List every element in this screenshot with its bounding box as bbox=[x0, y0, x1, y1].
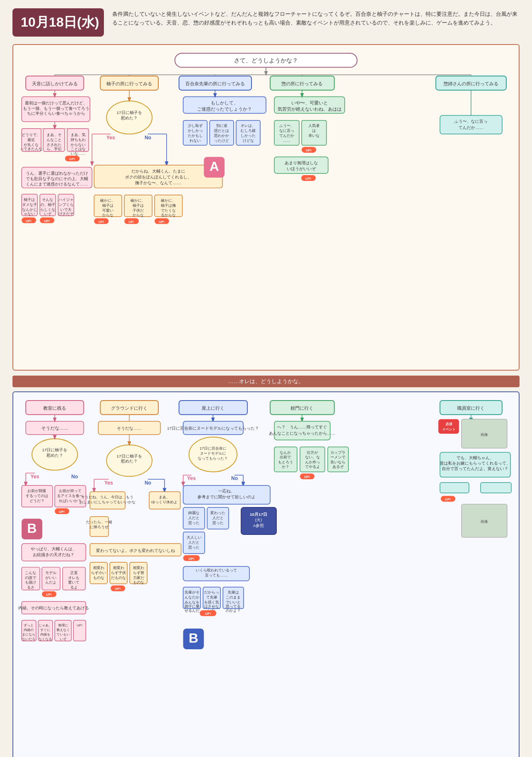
header-section: 10月18日(水) 条件満たしていないと発生しないイベントなど、だんだんと複雑な… bbox=[12, 8, 520, 37]
svg-text:るアイスを食べ: るアイスを食べ bbox=[57, 494, 83, 498]
svg-text:出前で: 出前で bbox=[280, 455, 291, 460]
header-text: 条件満たしていないと発生しないイベントなど、だんだんと複雑なフローチャートになっ… bbox=[112, 8, 520, 28]
svg-text:ハイジャ: ハイジャ bbox=[58, 198, 74, 202]
svg-text:いや〜、可愛いと: いや〜、可愛いと bbox=[291, 100, 328, 105]
svg-text:の誰で: の誰で bbox=[25, 576, 37, 580]
svg-text:Yes: Yes bbox=[31, 474, 39, 480]
svg-text:らず子供: らず子供 bbox=[111, 571, 126, 575]
svg-text:いほうがいいぞ: いほうがいいぞ bbox=[287, 166, 316, 171]
svg-text:へ？　うん……帰ってすぐ: へ？ うん……帰ってすぐ bbox=[277, 425, 327, 429]
svg-text:相変わ: 相変わ bbox=[133, 566, 144, 570]
svg-text:らしくな: らしくな bbox=[40, 208, 55, 212]
svg-text:たかもし: たかもし bbox=[188, 134, 203, 138]
svg-text:せるんだ: せるんだ bbox=[185, 609, 200, 613]
svg-text:Yes: Yes bbox=[106, 135, 115, 141]
svg-text:No: No bbox=[231, 476, 238, 482]
svg-text:ていもい: ていもい bbox=[57, 633, 70, 637]
svg-text:慰めた？: 慰めた？ bbox=[121, 459, 138, 464]
svg-text:だったら、一緒: だったら、一緒 bbox=[86, 520, 112, 524]
svg-text:柚子は: 柚子は bbox=[133, 203, 144, 208]
svg-text:ずっと: ずっと bbox=[24, 624, 34, 628]
divider-bar: ……オレは、どうしようかな。 bbox=[12, 376, 520, 387]
svg-text:こんな: こんな bbox=[25, 571, 36, 575]
svg-text:なくなる: なくなる bbox=[39, 637, 52, 641]
svg-text:最近: 最近 bbox=[27, 138, 35, 142]
svg-text:るさ: るさ bbox=[27, 586, 34, 590]
svg-text:ーメンで: ーメンで bbox=[330, 455, 346, 460]
svg-text:ゆっくり休めよ: ゆっくり休めよ bbox=[151, 500, 177, 505]
svg-text:いぞ: いぞ bbox=[44, 212, 52, 216]
svg-text:No: No bbox=[145, 480, 151, 486]
svg-text:いな……: いな…… bbox=[71, 151, 86, 156]
svg-text:ればいいか？: ればいいか？ bbox=[59, 499, 81, 503]
svg-text:別に迷: 別に迷 bbox=[216, 124, 227, 128]
svg-text:慰めた？: 慰めた？ bbox=[46, 453, 63, 458]
svg-text:ダメな子: ダメな子 bbox=[22, 203, 37, 207]
svg-text:思わかか: 思わかか bbox=[214, 134, 229, 138]
svg-text:17日に百合奈に: 17日に百合奈に bbox=[200, 446, 227, 450]
svg-text:んなだか: んなだか bbox=[185, 596, 200, 600]
page: 10月18日(水) 条件満たしていないと発生しないイベントなど、だんだんと複雑な… bbox=[0, 0, 532, 757]
svg-rect-354 bbox=[480, 483, 511, 493]
svg-text:慰めた？: 慰めた？ bbox=[121, 116, 138, 120]
svg-text:綺麗な: 綺麗な bbox=[188, 511, 200, 515]
svg-text:からな: からな bbox=[133, 213, 144, 217]
svg-text:モデル: モデル bbox=[45, 571, 57, 575]
svg-text:でも、大輔ちゃん、: でも、大輔ちゃん、 bbox=[456, 456, 494, 460]
svg-text:るよ: るよ bbox=[70, 586, 78, 590]
svg-text:かしかっ: かしかっ bbox=[188, 129, 203, 133]
svg-text:なってもらった？: なってもらった？ bbox=[198, 456, 228, 461]
svg-text:UP!: UP! bbox=[98, 220, 104, 224]
svg-text:17日に柚子を: 17日に柚子を bbox=[117, 454, 142, 458]
svg-text:お絵描きの天才だね？: お絵描きの天才だね？ bbox=[33, 552, 74, 557]
svg-rect-342 bbox=[438, 419, 459, 434]
svg-text:ったけど: ったけど bbox=[214, 139, 229, 143]
svg-text:なんか: なんか bbox=[280, 450, 291, 455]
svg-text:屋上に行く: 屋上に行く bbox=[202, 406, 224, 411]
svg-text:A: A bbox=[209, 159, 219, 174]
svg-text:柚子の所に行ってみる: 柚子の所に行ってみる bbox=[106, 81, 152, 86]
svg-text:職員室に行く: 職員室に行く bbox=[457, 406, 485, 411]
svg-text:でも肚目な子なのにその上、大輔: でも肚目な子なのにその上、大輔 bbox=[26, 176, 88, 181]
svg-text:先輩がそ: 先輩がそ bbox=[185, 591, 200, 595]
svg-text:も描け: も描け bbox=[25, 581, 36, 585]
svg-text:に帰ろうぜ: に帰ろうぜ bbox=[90, 525, 109, 529]
svg-text:ボクの頭をぽんぽんしてくれるし、: ボクの頭をぽんぽんしてくれるし、 bbox=[125, 175, 192, 179]
svg-text:柚子は: 柚子は bbox=[24, 198, 35, 202]
svg-text:まあ、: まあ、 bbox=[159, 495, 170, 500]
svg-text:するってのは: するってのは bbox=[26, 494, 48, 498]
svg-text:ことはな: ことはな bbox=[71, 147, 86, 151]
svg-text:てやるよ: てやるよ bbox=[305, 465, 320, 469]
svg-text:内緒を: 内緒を bbox=[40, 633, 50, 637]
svg-text:No: No bbox=[145, 135, 151, 141]
svg-text:ふう〜、なに言っ: ふう〜、なに言っ bbox=[454, 119, 488, 124]
svg-text:UP!: UP! bbox=[159, 220, 165, 224]
svg-text:17日に柚子を: 17日に柚子を bbox=[42, 448, 67, 452]
svg-text:驚いて: 驚いて bbox=[68, 581, 79, 585]
bottom-flowchart-section: 教室に残る グラウンドに行く 屋上に行く 校門に行く 職員室に行く そうだな……… bbox=[12, 391, 520, 757]
svg-text:(火): (火) bbox=[255, 517, 262, 522]
svg-text:お前が持って: お前が持って bbox=[59, 489, 81, 493]
svg-text:まあ、そ: まあ、そ bbox=[47, 133, 62, 137]
svg-text:さて、どうしようかな？: さて、どうしようかな？ bbox=[234, 57, 298, 64]
svg-text:れない: れない bbox=[190, 139, 201, 143]
svg-text:オレも: オレも bbox=[68, 576, 79, 580]
svg-text:らず努: らず努 bbox=[133, 571, 144, 575]
svg-text:らず小い: らず小い bbox=[91, 571, 106, 575]
svg-text:UP!: UP! bbox=[44, 219, 50, 223]
svg-text:柚子は撫: 柚子は撫 bbox=[161, 203, 176, 208]
svg-text:惣の所に行ってみる: 惣の所に行ってみる bbox=[281, 81, 323, 86]
svg-text:変わった: 変わった bbox=[210, 511, 225, 515]
svg-text:あまり無理はしな: あまり無理はしな bbox=[285, 161, 318, 165]
svg-text:もしかして、: もしかして、 bbox=[211, 100, 238, 105]
svg-text:百合奈先輩の所に行ってみる: 百合奈先輩の所に行ってみる bbox=[185, 81, 245, 86]
svg-text:て先輩: て先輩 bbox=[206, 596, 217, 600]
svg-text:人気者: 人気者 bbox=[308, 124, 320, 128]
svg-text:そうだな……: そうだな…… bbox=[117, 426, 142, 430]
top-flowchart-svg: さて、どうしようかな？ 天音に話しかけてみる 柚子の所に行ってみる 百合奈先輩の… bbox=[17, 49, 515, 364]
svg-text:さされた: さされた bbox=[47, 143, 62, 147]
svg-text:思った: 思った bbox=[212, 521, 224, 525]
svg-text:んなこと: んなこと bbox=[47, 138, 62, 142]
svg-text:変わってないよ。ボクも変われてないしね: 変わってないよ。ボクも変われてないしね bbox=[96, 548, 175, 553]
svg-text:はさせな: はさせな bbox=[204, 605, 219, 609]
